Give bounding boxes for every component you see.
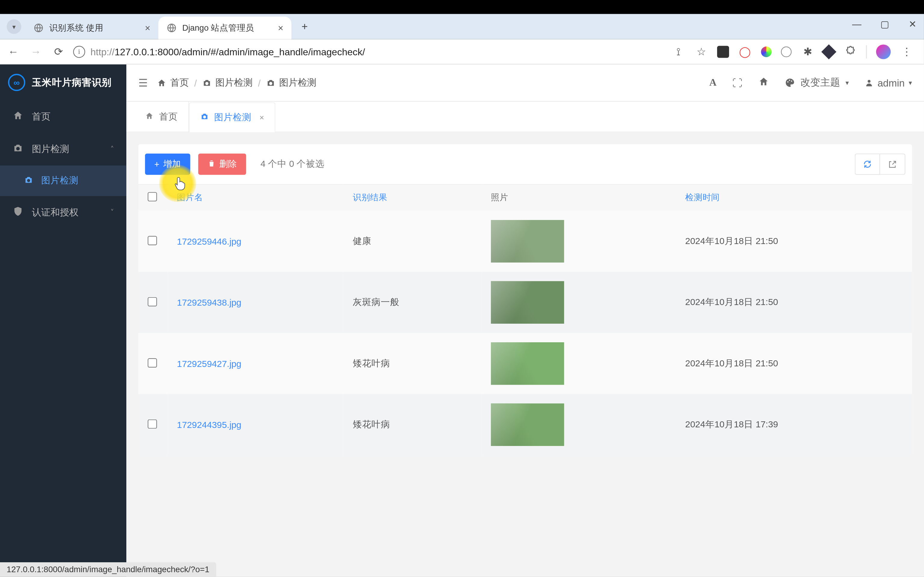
forward-button[interactable]: → — [28, 44, 44, 60]
logo-icon: ∞ — [8, 74, 26, 91]
extension-icon[interactable] — [761, 46, 772, 57]
column-header-result[interactable]: 识别结果 — [344, 185, 481, 211]
app-title: 玉米叶片病害识别 — [32, 76, 111, 89]
extensions-puzzle-icon[interactable] — [843, 45, 857, 58]
theme-selector[interactable]: 改变主题 ▾ — [785, 76, 849, 89]
row-result: 健康 — [344, 211, 481, 272]
password-key-icon[interactable]: ⟟ — [672, 45, 685, 58]
row-result: 矮花叶病 — [344, 394, 481, 455]
user-menu[interactable]: admin ▾ — [865, 77, 912, 89]
kebab-menu-icon[interactable]: ⋮ — [900, 45, 913, 58]
page-tab-home[interactable]: 首页 — [134, 102, 189, 132]
row-photo-cell — [481, 211, 676, 272]
back-button[interactable]: ← — [5, 44, 21, 60]
svg-point-5 — [269, 81, 272, 84]
row-time: 2024年10月18日 17:39 — [676, 394, 912, 455]
sidebar-item-image-check[interactable]: 图片检测 ˄ — [0, 133, 126, 165]
table-row: 1729259427.jpg 矮花叶病 2024年10月18日 21:50 — [138, 333, 912, 394]
delete-button[interactable]: 删除 — [198, 153, 246, 175]
svg-point-2 — [16, 147, 20, 151]
home-icon — [157, 78, 166, 87]
data-table: 图片名 识别结果 照片 检测时间 1729259446.jpg 健康 2024年… — [138, 184, 912, 455]
main-area: ☰ 首页 / 图片检测 / 图片检测 — [126, 64, 924, 577]
row-time: 2024年10月18日 21:50 — [676, 272, 912, 333]
row-checkbox[interactable] — [148, 419, 157, 428]
table-row: 1729259438.jpg 灰斑病一般 2024年10月18日 21:50 — [138, 272, 912, 333]
sidebar-label: 认证和授权 — [32, 206, 79, 219]
row-name-link[interactable]: 1729259446.jpg — [168, 211, 344, 272]
new-tab-button[interactable]: + — [296, 18, 314, 36]
sidebar: ∞ 玉米叶片病害识别 首页 图片检测 ˄ 图片检测 — [0, 64, 126, 577]
user-icon — [865, 79, 874, 87]
leaf-thumbnail[interactable] — [491, 220, 564, 263]
breadcrumb: 首页 / 图片检测 / 图片检测 — [157, 77, 317, 89]
svg-point-8 — [791, 81, 792, 82]
browser-tab[interactable]: 识别系统 使用 × — [25, 16, 158, 39]
palette-icon — [785, 78, 795, 88]
close-icon[interactable]: × — [278, 23, 283, 33]
plus-icon: + — [154, 159, 160, 169]
page-tab-label: 图片检测 — [214, 112, 252, 124]
browser-tab-strip: ▾ 识别系统 使用 × Django 站点管理员 × + — ▢ ✕ — [0, 14, 924, 39]
svg-point-7 — [789, 80, 790, 81]
add-button[interactable]: + 增加 — [145, 153, 190, 175]
maximize-icon[interactable]: ▢ — [879, 18, 891, 30]
trash-icon — [207, 159, 215, 169]
row-name-link[interactable]: 1729259438.jpg — [168, 272, 344, 333]
sidebar-toggle-button[interactable]: ☰ — [138, 76, 148, 89]
column-header-name[interactable]: 图片名 — [168, 185, 344, 211]
home-icon — [12, 110, 24, 123]
close-icon[interactable]: × — [260, 113, 264, 122]
site-info-icon[interactable]: i — [73, 45, 85, 57]
breadcrumb-separator: / — [258, 77, 261, 88]
browser-tab[interactable]: Django 站点管理员 × — [158, 16, 291, 39]
page-tab-image-check[interactable]: 图片检测 × — [189, 103, 276, 132]
row-name-link[interactable]: 1729259427.jpg — [168, 333, 344, 394]
sidebar-item-home[interactable]: 首页 — [0, 100, 126, 133]
sidebar-subitem-image-check[interactable]: 图片检测 — [0, 166, 126, 196]
row-name-link[interactable]: 1729244395.jpg — [168, 394, 344, 455]
reload-button[interactable]: ⟳ — [50, 44, 66, 60]
leaf-thumbnail[interactable] — [491, 403, 564, 446]
leaf-thumbnail[interactable] — [491, 342, 564, 385]
open-external-button[interactable] — [880, 153, 905, 175]
refresh-button[interactable] — [855, 153, 880, 175]
tabs-dropdown-button[interactable]: ▾ — [6, 19, 21, 34]
breadcrumb-link[interactable]: 首页 — [157, 77, 189, 89]
camera-icon — [202, 78, 212, 87]
close-icon[interactable]: × — [145, 23, 150, 33]
extension-icon[interactable]: ◯ — [738, 45, 752, 58]
home-icon — [145, 111, 154, 122]
extension-icon[interactable] — [821, 44, 837, 59]
profile-avatar[interactable] — [876, 44, 891, 59]
close-window-icon[interactable]: ✕ — [906, 18, 919, 30]
table-toolbar: + 增加 删除 4 个中 0 个被选 — [138, 144, 912, 184]
extension-icon[interactable] — [717, 45, 729, 57]
table-card: + 增加 删除 4 个中 0 个被选 — [138, 144, 912, 455]
address-bar-row: ← → ⟳ i http://127.0.0.1:8000/admin/#/ad… — [0, 39, 924, 64]
url-field[interactable]: http://127.0.0.1:8000/admin/#/admin/imag… — [90, 46, 666, 57]
row-checkbox[interactable] — [148, 358, 157, 367]
minimize-icon[interactable]: — — [851, 18, 863, 30]
breadcrumb-link[interactable]: 图片检测 — [202, 77, 253, 89]
sidebar-item-auth[interactable]: 认证和授权 ˅ — [0, 196, 126, 228]
bookmark-star-icon[interactable]: ☆ — [695, 45, 708, 58]
app-logo[interactable]: ∞ 玉米叶片病害识别 — [0, 64, 126, 100]
row-checkbox[interactable] — [148, 235, 157, 245]
globe-icon — [33, 23, 44, 33]
leaf-thumbnail[interactable] — [491, 281, 564, 324]
column-header-time[interactable]: 检测时间 — [676, 185, 912, 211]
select-all-checkbox[interactable] — [148, 192, 157, 201]
extension-icon[interactable]: ✱ — [801, 45, 814, 58]
camera-icon — [24, 175, 35, 187]
breadcrumb-link[interactable]: 图片检测 — [266, 77, 317, 89]
font-icon[interactable]: A — [709, 77, 716, 89]
breadcrumb-separator: / — [194, 77, 197, 88]
extension-icon[interactable] — [781, 46, 792, 57]
page-tab-bar: 首页 图片检测 × — [126, 102, 924, 132]
table-row: 1729244395.jpg 矮花叶病 2024年10月18日 17:39 — [138, 394, 912, 455]
fullscreen-icon[interactable]: ⛶ — [732, 77, 742, 89]
row-checkbox[interactable] — [148, 297, 157, 306]
svg-point-3 — [27, 179, 30, 182]
home-icon[interactable] — [759, 76, 769, 89]
